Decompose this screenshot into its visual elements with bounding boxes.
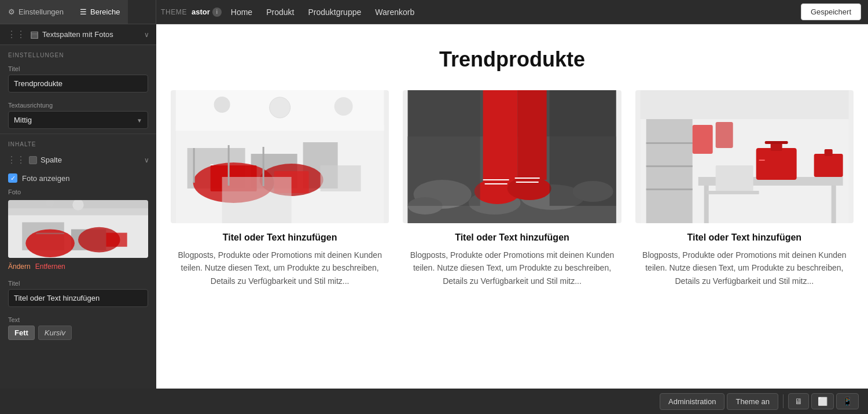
svg-rect-61	[707, 191, 759, 194]
foto-anzeigen-row: Foto anzeigen	[0, 170, 156, 186]
textausrichtung-select[interactable]: Links Mittig Rechts	[8, 111, 148, 129]
card-text-2: Blogposts, Produkte oder Promotions mit …	[403, 249, 621, 287]
card-title-3: Titel oder Text hinzufügen	[635, 232, 854, 243]
fett-button[interactable]: Fett	[8, 326, 35, 340]
svg-rect-21	[222, 177, 292, 223]
card-2: Titel oder Text hinzufügen Blogposts, Pr…	[403, 90, 621, 287]
entfernen-link[interactable]: Entfernen	[35, 263, 65, 271]
titel-input[interactable]	[8, 75, 148, 93]
svg-rect-28	[228, 145, 230, 186]
svg-rect-52	[646, 188, 692, 190]
gear-icon	[8, 8, 15, 16]
card-image-2	[403, 90, 621, 223]
info-icon[interactable]: i	[212, 8, 222, 17]
theme-an-button[interactable]: Theme an	[727, 393, 778, 410]
aendern-link[interactable]: Ändern	[8, 263, 31, 271]
text-field-group: Text Fett Kursiv	[0, 312, 156, 345]
svg-rect-6	[106, 232, 127, 246]
nav-warenkorb[interactable]: Warenkorb	[375, 8, 414, 17]
card-image-3	[635, 90, 854, 223]
nav-produkt[interactable]: Produkt	[266, 8, 294, 17]
svg-point-26	[334, 97, 353, 116]
section-title: Textspalten mit Fotos	[42, 30, 144, 39]
text-format-buttons: Fett Kursiv	[8, 326, 148, 340]
card-title-1: Titel oder Text hinzufügen	[171, 232, 389, 243]
drag-handle-icon: ⋮⋮	[7, 29, 25, 40]
foto-anzeigen-label: Foto anzeigen	[22, 174, 69, 183]
svg-rect-58	[764, 141, 788, 144]
spalte-chevron-icon: ∨	[144, 156, 149, 164]
svg-rect-7	[36, 232, 64, 234]
svg-rect-50	[646, 142, 692, 144]
bottom-bar: Administration Theme an 🖥 ⬜ 📱	[0, 389, 868, 414]
administration-button[interactable]: Administration	[660, 393, 724, 410]
card-text-3: Blogposts, Produkte oder Promotions mit …	[635, 249, 854, 287]
svg-rect-51	[646, 165, 692, 167]
card-title-2: Titel oder Text hinzufügen	[403, 232, 621, 243]
svg-rect-64	[692, 125, 712, 154]
card-text-1: Blogposts, Produkte oder Promotions mit …	[171, 249, 389, 287]
svg-rect-56	[756, 148, 796, 180]
titel-label: Titel	[8, 65, 148, 72]
kursiv-button[interactable]: Kursiv	[38, 326, 72, 340]
card-3: Titel oder Text hinzufügen Blogposts, Pr…	[635, 90, 854, 287]
foto-label: Foto	[0, 186, 156, 198]
card-img-svg-3	[635, 90, 854, 223]
card-titel-label: Titel	[8, 280, 148, 287]
preview-area: Trendprodukte	[156, 24, 868, 389]
textausrichtung-label: Textausrichtung	[8, 102, 148, 109]
svg-rect-38	[518, 90, 547, 180]
svg-rect-45	[408, 90, 480, 206]
spalte-drag-handle: ⋮⋮	[7, 154, 25, 165]
text-label: Text	[8, 316, 148, 323]
svg-point-24	[270, 97, 290, 118]
top-bar-right: Gespeichert	[801, 3, 868, 20]
titel-field-group: Titel	[0, 61, 156, 97]
inhalte-section: INHALTE ⋮⋮ Spalte ∨ Foto anzeigen Foto	[0, 134, 156, 345]
textausrichtung-field-group: Textausrichtung Links Mittig Rechts	[0, 97, 156, 134]
sidebar: ⋮⋮ ▤ Textspalten mit Fotos ∨ EINSTELLUNG…	[0, 24, 156, 389]
theme-label: THEME	[156, 8, 192, 16]
foto-actions: Ändern Entfernen	[0, 260, 156, 275]
divider	[783, 394, 784, 408]
svg-rect-60	[715, 165, 753, 191]
top-bar: Einstellungen Bereiche THEME astor i Hom…	[0, 0, 868, 24]
cards-grid: Titel oder Text hinzufügen Blogposts, Pr…	[171, 90, 854, 287]
foto-anzeigen-checkbox[interactable]	[8, 173, 17, 183]
inhalte-label: INHALTE	[0, 134, 156, 150]
save-button[interactable]: Gespeichert	[801, 3, 861, 20]
top-bar-left: Einstellungen Bereiche	[0, 0, 156, 24]
svg-rect-62	[814, 154, 843, 177]
chevron-down-icon: ∨	[144, 31, 149, 39]
card-img-svg-1	[171, 90, 389, 223]
svg-point-25	[214, 97, 230, 113]
nav-produktgruppe[interactable]: Produktgruppe	[308, 8, 361, 17]
card-img-svg-2	[403, 90, 621, 223]
theme-name: astor	[192, 8, 210, 16]
section-header[interactable]: ⋮⋮ ▤ Textspalten mit Fotos ∨	[0, 24, 156, 45]
svg-rect-65	[715, 122, 733, 148]
spalte-item-header[interactable]: ⋮⋮ Spalte ∨	[0, 150, 156, 170]
settings-tab[interactable]: Einstellungen	[0, 0, 72, 24]
nav-links: Home Produkt Produktgruppe Warenkorb	[231, 8, 414, 17]
svg-rect-59	[759, 160, 764, 161]
tablet-view-button[interactable]: ⬜	[811, 393, 834, 409]
card-titel-input[interactable]	[8, 289, 148, 307]
desktop-view-button[interactable]: 🖥	[788, 393, 809, 409]
spalte-checkbox[interactable]	[29, 156, 37, 164]
svg-point-40	[507, 177, 551, 200]
einstellungen-label: EINSTELLUNGEN	[0, 45, 156, 61]
svg-rect-63	[824, 149, 832, 156]
areas-tab[interactable]: Bereiche	[72, 0, 128, 24]
card-image-1	[171, 90, 389, 223]
svg-rect-20	[211, 164, 214, 165]
preview-title: Trendprodukte	[168, 47, 856, 72]
card-1: Titel oder Text hinzufügen Blogposts, Pr…	[171, 90, 389, 287]
svg-rect-22	[321, 165, 361, 191]
nav-home[interactable]: Home	[231, 8, 252, 17]
section-icon: ▤	[30, 29, 39, 40]
mobile-view-button[interactable]: 📱	[836, 393, 859, 409]
preview-content: Trendprodukte	[156, 24, 868, 310]
svg-rect-55	[831, 186, 836, 223]
foto-preview-svg	[8, 200, 148, 258]
